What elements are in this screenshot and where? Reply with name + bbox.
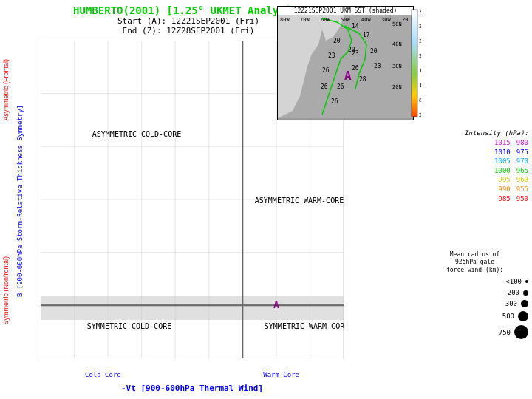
svg-text:23: 23 [328, 52, 335, 59]
svg-text:23: 23 [374, 63, 381, 69]
asymmetric-label: Asymmetric (Frontal) [2, 59, 10, 121]
svg-text:20: 20 [333, 38, 341, 44]
svg-text:14: 14 [419, 83, 421, 89]
sst-scale: 30 28 25 22 18 14 8 2 [410, 6, 421, 120]
svg-text:28: 28 [419, 24, 421, 30]
wind-row-1: <100 [421, 278, 528, 285]
svg-text:17: 17 [363, 32, 370, 38]
svg-text:20N: 20N [392, 84, 402, 90]
svg-text:30W: 30W [381, 17, 391, 23]
svg-text:SYMMETRIC WARM-CORE: SYMMETRIC WARM-CORE [265, 322, 344, 330]
wind-dot-5 [514, 325, 528, 339]
wind-row-5: 750 [421, 325, 528, 339]
x-axis-label: -Vt [900-600hPa Thermal Wind] [41, 383, 344, 393]
intensity-row-1: 1015 980 [417, 138, 528, 148]
intensity-row-7: 985 950 [417, 194, 528, 204]
svg-text:22: 22 [419, 53, 421, 59]
y-axis-text: B [900-600hPa Storm-Relative Thickness S… [16, 105, 24, 297]
warm-core-label: Warm Core [263, 371, 299, 378]
svg-text:28: 28 [359, 76, 366, 83]
svg-text:40N: 40N [392, 41, 402, 47]
svg-text:30N: 30N [392, 64, 402, 69]
main-container: HUMBERTO(2001) [1.25° UKMET Analysis] St… [0, 0, 532, 399]
wind-row-2: 200 [421, 289, 528, 296]
inset-map: 12Z21SEP2001 UKM SST (shaded) 14 17 20 2… [277, 6, 414, 120]
svg-text:70W: 70W [300, 17, 310, 23]
svg-text:25: 25 [419, 38, 421, 44]
svg-text:50W: 50W [341, 17, 350, 23]
svg-text:60W: 60W [321, 17, 330, 23]
svg-text:26: 26 [321, 83, 328, 90]
svg-text:20: 20 [370, 48, 378, 55]
intensity-legend: Intensity (hPa): 1015 980 1010 975 1005 … [417, 129, 528, 203]
svg-text:30: 30 [419, 9, 421, 15]
svg-text:18: 18 [419, 68, 421, 74]
svg-text:20: 20 [402, 17, 408, 23]
start-label: Start (A): [117, 16, 166, 26]
svg-text:50N: 50N [392, 21, 402, 27]
wind-dot-2 [523, 290, 528, 296]
svg-text:26: 26 [352, 65, 359, 72]
svg-text:26: 26 [337, 83, 344, 90]
svg-text:A: A [273, 299, 279, 310]
end-date: 12Z28SEP2001 (Fri) [166, 26, 254, 35]
svg-text:14: 14 [352, 23, 359, 30]
intensity-row-4: 1000 965 [417, 166, 528, 176]
svg-rect-1 [41, 296, 344, 320]
x-sublabels: Cold Core Warm Core [41, 371, 344, 378]
svg-text:SYMMETRIC COLD-CORE: SYMMETRIC COLD-CORE [87, 322, 171, 330]
svg-text:80W: 80W [280, 17, 290, 23]
intensity-title: Intensity (hPa): [417, 129, 528, 137]
svg-text:26: 26 [322, 67, 330, 74]
wind-row-3: 300 [421, 300, 528, 307]
svg-text:ASYMMETRIC WARM-CORE: ASYMMETRIC WARM-CORE [255, 197, 344, 205]
svg-text:ASYMMETRIC COLD-CORE: ASYMMETRIC COLD-CORE [92, 130, 181, 138]
intensity-row-3: 1005 970 [417, 157, 528, 166]
start-date: 12Z21SEP2001 (Fri) [171, 16, 259, 26]
intensity-row-2: 1010 975 [417, 148, 528, 157]
svg-text:2: 2 [419, 112, 421, 118]
svg-rect-70 [412, 10, 417, 117]
svg-text:26: 26 [331, 98, 338, 105]
svg-text:A: A [344, 69, 352, 83]
inset-map-title: 12Z21SEP2001 UKM SST (shaded) [278, 7, 413, 15]
symmetric-label: Symmetric (Nonfrontal) [2, 256, 10, 325]
svg-text:8: 8 [419, 98, 421, 103]
wind-dot-4 [518, 311, 528, 321]
svg-text:23: 23 [352, 50, 359, 57]
wind-dot-1 [525, 280, 528, 283]
intensity-row-5: 995 960 [417, 175, 528, 185]
wind-legend: Mean radius of925hPa galeforce wind (km)… [421, 251, 528, 343]
end-label: End (Z): [123, 26, 162, 35]
wind-row-4: 500 [421, 311, 528, 321]
wind-legend-title: Mean radius of925hPa galeforce wind (km)… [421, 251, 528, 274]
wind-dot-3 [521, 300, 528, 307]
intensity-row-6: 990 955 [417, 185, 528, 194]
cold-core-label: Cold Core [85, 371, 121, 378]
svg-text:40W: 40W [361, 17, 371, 23]
